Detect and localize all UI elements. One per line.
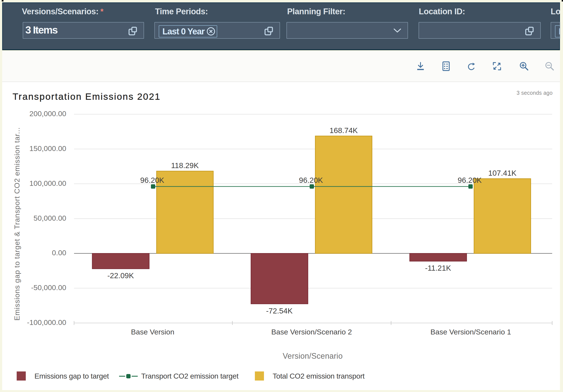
svg-text:Version/Scenario: Version/Scenario xyxy=(283,352,343,360)
svg-text:-11.21K: -11.21K xyxy=(425,264,451,272)
svg-text:100,000.00: 100,000.00 xyxy=(29,179,66,187)
svg-text:50,000.00: 50,000.00 xyxy=(34,214,66,222)
svg-text:96.20K: 96.20K xyxy=(140,176,164,184)
svg-text:0.00: 0.00 xyxy=(52,249,66,257)
svg-text:Base Version/Scenario 2: Base Version/Scenario 2 xyxy=(271,328,352,336)
svg-text:-50,000.00: -50,000.00 xyxy=(31,283,66,292)
svg-text:-100,000.00: -100,000.00 xyxy=(27,318,66,326)
svg-text:Base Version: Base Version xyxy=(131,328,174,336)
svg-text:96.20K: 96.20K xyxy=(458,176,482,184)
svg-text:-72.54K: -72.54K xyxy=(266,306,293,315)
svg-text:Emissions gap to target & Tran: Emissions gap to target & Transport CO2 … xyxy=(13,127,21,321)
svg-text:150,000.00: 150,000.00 xyxy=(29,144,66,153)
svg-text:-22.09K: -22.09K xyxy=(107,271,134,280)
svg-text:118.29K: 118.29K xyxy=(171,161,199,170)
svg-text:168.74K: 168.74K xyxy=(330,126,358,135)
svg-text:107.41K: 107.41K xyxy=(488,169,516,177)
svg-text:200,000.00: 200,000.00 xyxy=(29,110,66,118)
svg-text:96.20K: 96.20K xyxy=(299,176,323,184)
svg-text:Base Version/Scenario 1: Base Version/Scenario 1 xyxy=(431,328,511,336)
